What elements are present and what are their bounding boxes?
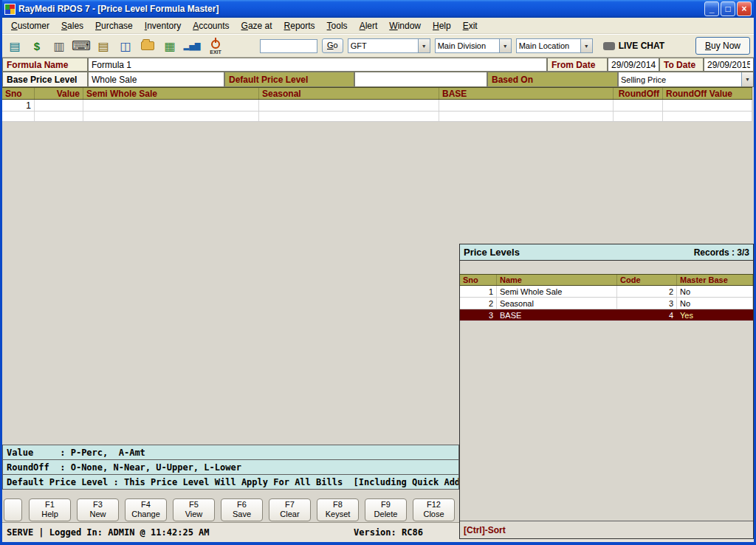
fkey-key: F8 bbox=[333, 500, 343, 510]
division-select[interactable]: Main Division ▼ bbox=[435, 38, 512, 53]
cell-sno[interactable]: 1 bbox=[460, 286, 497, 297]
division-select-value: Main Division bbox=[436, 39, 499, 52]
price-level-row-selected[interactable]: 3 BASE 4 Yes bbox=[460, 309, 753, 321]
cell-code[interactable]: 3 bbox=[617, 298, 677, 309]
notes-icon[interactable]: ▤ bbox=[94, 36, 112, 55]
based-on-label: Based On bbox=[487, 72, 618, 87]
window-controls: _ □ × bbox=[704, 1, 752, 16]
fkey-label: Delete bbox=[374, 510, 398, 519]
menu-bar: Customer Sales Purchase Inventory Accoun… bbox=[2, 18, 754, 34]
column-header-roundoff: RoundOff bbox=[614, 88, 663, 99]
formula-row: Formula Name From Date To Date bbox=[2, 58, 754, 72]
fkey-label: Keyset bbox=[326, 510, 351, 519]
cell-empty bbox=[83, 112, 259, 121]
cell-master-base[interactable]: Yes bbox=[677, 309, 753, 321]
fkey-key: F3 bbox=[93, 500, 103, 510]
image-icon[interactable]: ▦ bbox=[161, 36, 179, 55]
f4-change-button[interactable]: F4 Change bbox=[125, 498, 167, 521]
live-chat-link[interactable]: LIVE CHAT bbox=[603, 41, 664, 51]
menu-item-help[interactable]: Help bbox=[427, 18, 457, 33]
menu-item-alert[interactable]: Alert bbox=[354, 18, 384, 33]
chevron-down-icon[interactable]: ▼ bbox=[418, 39, 430, 52]
f7-clear-button[interactable]: F7 Clear bbox=[269, 498, 311, 521]
cell-empty bbox=[35, 112, 83, 121]
table-row[interactable]: 1 bbox=[2, 100, 752, 112]
formula-name-input[interactable] bbox=[88, 58, 547, 72]
f3-new-button[interactable]: F3 New bbox=[77, 498, 119, 521]
minimize-button[interactable]: _ bbox=[704, 1, 719, 16]
base-price-level-input[interactable] bbox=[88, 72, 224, 87]
f6-save-button[interactable]: F6 Save bbox=[221, 498, 263, 521]
chevron-down-icon[interactable]: ▼ bbox=[580, 39, 592, 52]
cell-empty bbox=[2, 112, 35, 121]
keyboard-icon[interactable]: ⌨ bbox=[72, 36, 90, 55]
buy-now-button[interactable]: Buy Now bbox=[695, 37, 750, 55]
cell-roundoff[interactable] bbox=[614, 100, 663, 111]
menu-item-exit[interactable]: Exit bbox=[457, 18, 484, 33]
location-select[interactable]: Main Location ▼ bbox=[516, 38, 593, 53]
cell-code[interactable]: 4 bbox=[617, 309, 677, 321]
fkey-label: Clear bbox=[280, 510, 299, 519]
f5-view-button[interactable]: F5 View bbox=[173, 498, 215, 521]
menu-item-accounts[interactable]: Accounts bbox=[187, 18, 235, 33]
f8-keyset-button[interactable]: F8 Keyset bbox=[317, 498, 359, 521]
cell-value[interactable] bbox=[35, 100, 83, 111]
based-on-select[interactable]: Selling Price ▼ bbox=[618, 72, 754, 87]
menu-item-inventory[interactable]: Inventory bbox=[139, 18, 187, 33]
menu-item-gaze-at[interactable]: Gaze at bbox=[236, 18, 278, 33]
toolbar-search-input[interactable] bbox=[260, 39, 317, 53]
exit-icon[interactable]: EXIT bbox=[205, 38, 226, 55]
blank-button[interactable] bbox=[4, 498, 22, 521]
invoice-icon[interactable]: ▤ bbox=[6, 36, 24, 55]
cell-sno[interactable]: 3 bbox=[460, 309, 497, 321]
cell-name[interactable]: Semi Whole Sale bbox=[497, 286, 617, 297]
folder-icon[interactable] bbox=[139, 36, 157, 55]
menu-item-customer[interactable]: Customer bbox=[5, 18, 55, 33]
power-glyph bbox=[211, 40, 220, 49]
price-levels-title: Price Levels bbox=[464, 247, 520, 258]
column-header-base: BASE bbox=[439, 88, 614, 99]
close-button[interactable]: × bbox=[737, 1, 752, 16]
cell-master-base[interactable]: No bbox=[677, 286, 753, 297]
from-date-input[interactable] bbox=[608, 58, 659, 72]
chevron-down-icon[interactable]: ▼ bbox=[499, 39, 511, 52]
menu-item-purchase[interactable]: Purchase bbox=[89, 18, 139, 33]
cell-semi-whole-sale[interactable] bbox=[83, 100, 259, 111]
go-button[interactable]: Go bbox=[322, 38, 343, 53]
company-select[interactable]: GFT ▼ bbox=[348, 38, 430, 53]
cell-roundoff-value[interactable] bbox=[663, 100, 752, 111]
cell-master-base[interactable]: No bbox=[677, 298, 753, 309]
price-level-row[interactable]: 2 Seasonal 3 No bbox=[460, 298, 753, 309]
cell-base[interactable] bbox=[439, 100, 614, 111]
cell-sno[interactable]: 1 bbox=[2, 100, 35, 111]
cell-code[interactable]: 2 bbox=[617, 286, 677, 297]
cell-name[interactable]: BASE bbox=[497, 309, 617, 321]
f9-delete-button[interactable]: F9 Delete bbox=[365, 498, 407, 521]
toolbar: ▤ $ ▥ ⌨ ▤ ◫ ▦ ▂▅▇ EXIT Go GFT ▼ Main Div… bbox=[2, 34, 754, 58]
menu-item-reports[interactable]: Reports bbox=[278, 18, 321, 33]
book-icon[interactable]: ◫ bbox=[117, 36, 134, 55]
menu-item-tools[interactable]: Tools bbox=[321, 18, 354, 33]
to-date-input[interactable] bbox=[704, 58, 754, 72]
column-header-semi-whole-sale: Semi Whole Sale bbox=[83, 88, 259, 99]
base-price-level-label: Base Price Level bbox=[2, 72, 88, 87]
chevron-down-icon[interactable]: ▼ bbox=[741, 72, 753, 86]
f1-help-button[interactable]: F1 Help bbox=[29, 498, 71, 521]
fkey-key: F1 bbox=[45, 500, 55, 510]
cash-icon[interactable]: $ bbox=[28, 36, 46, 55]
fkey-label: View bbox=[185, 510, 203, 519]
chart-icon[interactable]: ▂▅▇ bbox=[183, 36, 201, 55]
default-price-level-input[interactable] bbox=[354, 72, 487, 87]
cell-sno[interactable]: 2 bbox=[460, 298, 497, 309]
menu-item-window[interactable]: Window bbox=[383, 18, 427, 33]
price-level-row[interactable]: 1 Semi Whole Sale 2 No bbox=[460, 286, 753, 298]
printer-icon[interactable]: ▥ bbox=[50, 36, 68, 55]
location-select-value: Main Location bbox=[517, 39, 580, 52]
cell-seasonal[interactable] bbox=[259, 100, 439, 111]
roundoff-hint: RoundOff : O-None, N-Near, U-Upper, L-Lo… bbox=[2, 459, 459, 475]
f12-close-button[interactable]: F12 Close bbox=[413, 498, 455, 521]
price-level-row: Base Price Level Default Price Level Bas… bbox=[2, 72, 754, 87]
restore-button[interactable]: □ bbox=[721, 1, 735, 16]
menu-item-sales[interactable]: Sales bbox=[55, 18, 89, 33]
cell-name[interactable]: Seasonal bbox=[497, 298, 617, 309]
